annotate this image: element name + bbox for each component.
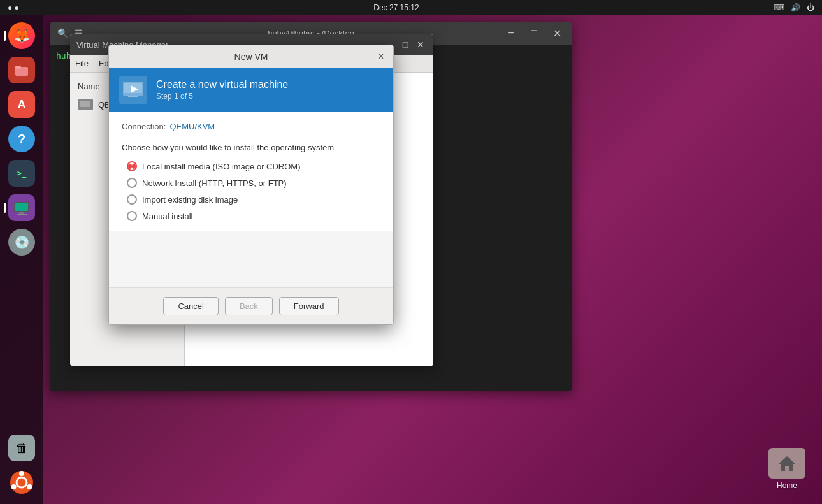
step-icon [119, 76, 147, 104]
radio-import-label: Import existing disk image [142, 195, 238, 205]
new-vm-dialog: New VM × Create a new virtual machine St… [108, 45, 394, 325]
power-icon[interactable]: ⏻ [807, 3, 814, 12]
dock-terminal[interactable]: >_ [6, 158, 37, 189]
svg-rect-5 [17, 214, 27, 215]
step-header: Create a new virtual machine Step 1 of 5 [109, 68, 393, 112]
svg-point-9 [27, 484, 32, 489]
svg-rect-1 [15, 66, 21, 69]
datetime-display: Dec 27 15:12 [373, 3, 419, 12]
dock-appstore[interactable]: A [6, 89, 37, 120]
system-bar-left: ● ● [8, 3, 19, 12]
back-button[interactable]: Back [225, 297, 273, 315]
home-icon [768, 448, 805, 479]
dock-trash[interactable]: 🗑 [6, 433, 37, 463]
step-title: Create a new virtual machine [156, 79, 288, 90]
radio-option-import[interactable]: Import existing disk image [127, 194, 380, 205]
svg-rect-3 [15, 203, 28, 211]
dock-firefox[interactable]: 🦊 [6, 20, 37, 51]
dock-files[interactable] [6, 55, 37, 85]
install-question: Choose how you would like to install the… [122, 143, 380, 152]
vm-close-btn[interactable]: ✕ [414, 38, 427, 51]
application-dock: 🦊 A ? >_ 💿 🗑 [0, 15, 43, 504]
dock-dvd[interactable]: 💿 [6, 227, 37, 257]
radio-network-label: Network Install (HTTP, HTTPS, or FTP) [142, 178, 287, 188]
radio-option-manual[interactable]: Manual install [127, 211, 380, 221]
dock-vm-manager[interactable] [6, 192, 37, 223]
radio-manual-label: Manual install [142, 212, 193, 221]
dock-ubuntu[interactable] [6, 467, 37, 498]
home-label: Home [777, 481, 797, 490]
network-icon[interactable]: ⌨ [774, 3, 784, 12]
cancel-button[interactable]: Cancel [163, 297, 218, 315]
radio-option-network[interactable]: Network Install (HTTP, HTTPS, or FTP) [127, 178, 380, 188]
connection-row: Connection: QEMU/KVM [122, 122, 380, 131]
dialog-body: Connection: QEMU/KVM Choose how you woul… [109, 112, 393, 231]
radio-network-input[interactable] [127, 178, 137, 188]
dialog-close-button[interactable]: × [374, 50, 388, 64]
step-subtitle: Step 1 of 5 [156, 92, 288, 101]
radio-local-input[interactable] [127, 161, 137, 171]
svg-point-10 [11, 484, 17, 489]
dialog-title: New VM [234, 52, 268, 62]
terminal-close-btn[interactable]: ✕ [549, 25, 565, 41]
connection-label: Connection: [122, 122, 166, 131]
volume-icon[interactable]: 🔊 [791, 3, 800, 12]
system-indicator: ● ● [8, 3, 19, 12]
forward-button[interactable]: Forward [279, 297, 339, 315]
vm-menu-file[interactable]: File [75, 59, 89, 68]
svg-marker-17 [778, 456, 796, 471]
dialog-footer: Cancel Back Forward [109, 287, 393, 324]
system-bar: ● ● Dec 27 15:12 ⌨ 🔊 ⏻ [0, 0, 822, 15]
home-button[interactable]: Home [765, 447, 809, 491]
connection-value: QEMU/KVM [169, 122, 215, 131]
radio-option-local[interactable]: Local install media (ISO image or CDROM) [127, 161, 380, 171]
radio-manual-input[interactable] [127, 211, 137, 221]
system-bar-right: ⌨ 🔊 ⏻ [774, 3, 814, 12]
install-options-group: Local install media (ISO image or CDROM)… [127, 161, 380, 221]
dock-help[interactable]: ? [6, 124, 37, 154]
svg-point-8 [19, 471, 24, 476]
step-info: Create a new virtual machine Step 1 of 5 [156, 79, 288, 101]
vm-qemu-icon [78, 99, 93, 110]
terminal-window-controls: − □ ✕ [503, 25, 565, 41]
terminal-minimize-btn[interactable]: − [503, 25, 519, 41]
vm-maximize-btn[interactable]: □ [399, 38, 412, 51]
terminal-maximize-btn[interactable]: □ [526, 25, 542, 41]
svg-rect-4 [19, 212, 24, 214]
system-bar-center: Dec 27 15:12 [373, 3, 419, 12]
radio-local-label: Local install media (ISO image or CDROM) [142, 162, 301, 171]
dialog-titlebar: New VM × [109, 45, 393, 68]
svg-rect-16 [128, 96, 138, 97]
radio-import-input[interactable] [127, 194, 137, 205]
svg-rect-12 [80, 101, 90, 107]
